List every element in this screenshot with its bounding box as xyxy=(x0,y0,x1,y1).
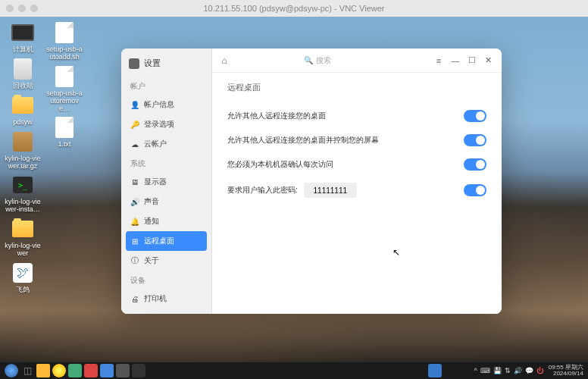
toggle-allow-control[interactable] xyxy=(464,134,486,146)
sidebar-item-notification[interactable]: 🔔通知 xyxy=(121,211,211,231)
menu-button[interactable]: ≡ xyxy=(432,54,446,67)
vnc-titlebar: 10.211.55.100 (pdsyw@pdsyw-pc) - VNC Vie… xyxy=(0,0,588,17)
desktop-icon[interactable]: >_kylin-log-viewer-insta… xyxy=(4,173,42,214)
desktop-icon-label: setup-usb-autoremove… xyxy=(45,90,83,113)
desktop-icon[interactable]: 🕊飞鸽 xyxy=(4,261,42,294)
key-icon: 🔑 xyxy=(130,120,139,129)
section-system: 系统 xyxy=(121,154,211,172)
row-allow-control: 允许其他人远程连接您的桌面并控制您的屏幕 xyxy=(227,128,486,152)
row-allow-connect: 允许其他人远程连接您的桌面 xyxy=(227,104,486,128)
desktop-icon-label: 飞鸽 xyxy=(16,287,30,294)
desktop-icon[interactable]: 回收站 xyxy=(4,57,42,90)
settings-window: 设置 帐户 👤帐户信息 🔑登录选项 ☁云帐户 系统 🖥显示器 🔊声音 🔔通知 ⊞… xyxy=(121,49,502,314)
content-area: 远程桌面 允许其他人远程连接您的桌面 允许其他人远程连接您的桌面并控制您的屏幕 … xyxy=(212,73,502,314)
desktop-icon[interactable]: kylin-log-viewer xyxy=(4,217,42,258)
remote-icon: ⊞ xyxy=(130,236,139,246)
desktop-icon[interactable]: 1.txt xyxy=(45,115,83,149)
tray-network-icon[interactable]: ⇅ xyxy=(505,367,511,374)
sidebar-header: 设置 xyxy=(121,55,211,77)
sidebar-item-sound[interactable]: 🔊声音 xyxy=(121,192,211,211)
maximize-button[interactable]: ☐ xyxy=(465,54,479,67)
row-confirm-each: 您必须为本机机器确认每次访问 xyxy=(227,152,486,177)
section-account: 帐户 xyxy=(121,77,211,95)
content-title: 远程桌面 xyxy=(227,82,486,93)
desktop-icon-label: pdsyw xyxy=(13,119,33,127)
desktop-icon-label: 1.txt xyxy=(58,141,70,149)
sidebar-item-about[interactable]: ⓘ关于 xyxy=(121,251,211,271)
close-button[interactable]: ✕ xyxy=(482,54,496,67)
close-btn[interactable] xyxy=(6,5,14,12)
sound-icon: 🔊 xyxy=(130,197,139,206)
tray-keyboard-icon[interactable]: ⌨ xyxy=(480,367,490,374)
sidebar-item-account-info[interactable]: 👤帐户信息 xyxy=(121,95,211,114)
desktop-icon-label: kylin-log-viewer xyxy=(4,243,42,258)
desktop-icon-label: setup-usb-autoadd.sh xyxy=(45,46,83,61)
start-menu[interactable] xyxy=(5,364,18,377)
taskbar-settings[interactable] xyxy=(116,364,130,377)
desktop-icon-label: 计算机 xyxy=(13,46,33,54)
bell-icon: 🔔 xyxy=(130,217,139,226)
sidebar-item-mouse[interactable]: 🖱鼠标 xyxy=(121,309,211,314)
display-icon: 🖥 xyxy=(130,177,139,186)
taskview-icon[interactable]: ◫ xyxy=(20,364,34,377)
desktop-icons-col2: setup-usb-autoadd.shsetup-usb-autoremove… xyxy=(45,20,83,149)
search-icon: 🔍 xyxy=(304,56,313,64)
search-box[interactable]: 🔍搜索 xyxy=(264,55,371,66)
app-icon-2[interactable] xyxy=(84,364,98,377)
sidebar-item-login-options[interactable]: 🔑登录选项 xyxy=(121,114,211,134)
desktop-icon-label: kylin-log-viewer.tar.gz xyxy=(4,155,42,171)
tray-volume-icon[interactable]: 🔊 xyxy=(514,367,522,374)
desktop-icon[interactable]: kylin-log-viewer.tar.gz xyxy=(4,130,42,171)
sidebar-item-printer[interactable]: 🖨打印机 xyxy=(121,289,211,309)
toggle-require-password[interactable] xyxy=(464,184,486,196)
desktop-icons-col1: 计算机回收站pdsywkylin-log-viewer.tar.gz>_kyli… xyxy=(4,20,42,294)
sidebar-item-cloud-account[interactable]: ☁云帐户 xyxy=(121,134,211,154)
files-icon[interactable] xyxy=(36,364,50,377)
main-panel: ⌂ 🔍搜索 ≡ — ☐ ✕ 远程桌面 允许其他人远程连接您的桌面 允许其他人远程… xyxy=(212,49,502,314)
printer-icon: 🖨 xyxy=(130,294,139,303)
tray-app-1[interactable] xyxy=(428,364,442,377)
settings-title: 设置 xyxy=(144,58,161,69)
sidebar-item-remote-desktop[interactable]: ⊞远程桌面 xyxy=(126,231,207,251)
desktop-icon[interactable]: pdsyw xyxy=(4,93,42,127)
window-title: 10.211.55.100 (pdsyw@pdsyw-pc) - VNC Vie… xyxy=(203,4,384,13)
minimize-button[interactable]: — xyxy=(449,54,462,67)
browser-icon[interactable] xyxy=(52,364,66,377)
desktop-icon[interactable]: setup-usb-autoremove… xyxy=(45,64,83,113)
sidebar-item-display[interactable]: 🖥显示器 xyxy=(121,172,211,192)
user-icon: 👤 xyxy=(130,100,139,109)
tray-power-icon[interactable]: ⏻ xyxy=(536,367,543,374)
desktop-icon-label: 回收站 xyxy=(13,83,33,90)
settings-app-icon xyxy=(129,58,139,69)
app-icon-3[interactable] xyxy=(100,364,114,377)
desktop-icon[interactable]: setup-usb-autoadd.sh xyxy=(45,20,83,61)
taskbar: ◫ ^ ⌨ 💾 ⇅ 🔊 💬 ⏻ 09:55 星期六 2024/09/14 xyxy=(0,362,588,379)
row-require-password: 要求用户输入此密码: xyxy=(227,177,486,204)
home-icon[interactable]: ⌂ xyxy=(218,55,230,67)
cloud-icon: ☁ xyxy=(130,139,139,149)
tray-disk-icon[interactable]: 💾 xyxy=(493,367,502,374)
toggle-confirm-each[interactable] xyxy=(464,158,486,171)
minimize-btn[interactable] xyxy=(18,5,26,12)
tray-notification-icon[interactable]: 💬 xyxy=(525,367,533,374)
desktop-icon-label: kylin-log-viewer-insta… xyxy=(4,199,42,214)
system-tray[interactable]: ^ ⌨ 💾 ⇅ 🔊 💬 ⏻ xyxy=(474,367,543,374)
maximize-btn[interactable] xyxy=(30,5,38,12)
app-icon-1[interactable] xyxy=(68,364,82,377)
password-input[interactable] xyxy=(304,183,357,198)
desktop-icon[interactable]: 计算机 xyxy=(4,20,42,54)
info-icon: ⓘ xyxy=(130,256,139,265)
taskbar-app-4[interactable] xyxy=(132,364,145,377)
toggle-allow-connect[interactable] xyxy=(464,110,486,122)
section-devices: 设备 xyxy=(121,271,211,289)
panel-header: ⌂ 🔍搜索 ≡ — ☐ ✕ xyxy=(212,49,502,73)
taskbar-clock[interactable]: 09:55 星期六 2024/09/14 xyxy=(549,365,583,377)
desktop[interactable]: 计算机回收站pdsywkylin-log-viewer.tar.gz>_kyli… xyxy=(0,17,588,362)
tray-chevron-icon[interactable]: ^ xyxy=(474,367,477,374)
settings-sidebar: 设置 帐户 👤帐户信息 🔑登录选项 ☁云帐户 系统 🖥显示器 🔊声音 🔔通知 ⊞… xyxy=(121,49,212,314)
cursor-icon: ↖ xyxy=(393,247,400,258)
